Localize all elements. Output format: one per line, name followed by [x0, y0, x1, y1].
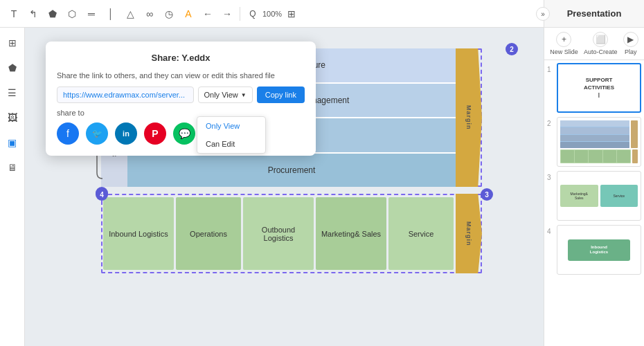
slide4-inbound-cell: InboundLogistics [568, 239, 630, 261]
sidebar-icon-image[interactable]: 🖼 [3, 108, 22, 127]
social-icons-row: f 🐦 in P 💬 [57, 122, 305, 145]
slide4-diagram: InboundLogistics [557, 226, 641, 274]
slide-number-4: 4 [547, 225, 554, 235]
slide2-margin-block [631, 120, 638, 148]
dropdown-only-view[interactable]: Only View [197, 117, 265, 135]
toolbar-icon-clock[interactable]: ◷ [161, 6, 177, 22]
share-dialog: Share: Y.eddx Share the link to others, … [46, 42, 316, 156]
slide-thumb-2[interactable] [557, 117, 641, 167]
slide2-top-row [560, 120, 638, 148]
auto-create-button[interactable]: ⬜ Auto-Create [584, 32, 618, 55]
slide-number-2: 2 [547, 117, 554, 127]
share-view-dropdown[interactable]: Only View ▼ [198, 86, 253, 103]
auto-create-icon: ⬜ [593, 32, 608, 47]
toolbar-icon-hex[interactable]: ⬡ [64, 6, 80, 22]
share-dialog-title: Share: Y.eddx [57, 53, 305, 63]
sidebar-icon-menu[interactable]: ☰ [3, 83, 22, 102]
new-slide-icon: + [556, 32, 571, 47]
slide-item-4[interactable]: 4 InboundLogistics [547, 225, 641, 275]
twitter-share-button[interactable]: 🐦 [86, 122, 108, 145]
toolbar-zoom-level[interactable]: 100% [264, 6, 280, 22]
dropdown-can-edit[interactable]: Can Edit [197, 135, 265, 153]
slide-thumb-3[interactable]: Marketing&Sales Service [557, 171, 641, 221]
margin-right-primary: Margin [456, 194, 482, 273]
toolbar-icon-angle[interactable]: ↰ [25, 6, 42, 22]
toolbar-icon-color[interactable]: A [180, 6, 197, 22]
chevron-down-icon: ▼ [241, 92, 247, 98]
pinterest-share-button[interactable]: P [144, 122, 166, 145]
share-link-row: Only View ▼ Copy link [57, 86, 305, 103]
slide-tools-bar: + New Slide ⬜ Auto-Create ▶ Play [544, 28, 644, 60]
slide-thumb-4[interactable]: InboundLogistics [557, 225, 641, 275]
slide3-marketing-cell: Marketing&Sales [560, 185, 598, 207]
procurement-row: Procurement [127, 154, 456, 188]
slide1-text: SUPPORTACTIVITIES| [584, 77, 614, 98]
sidebar-icon-shape2[interactable]: ⬟ [3, 58, 22, 78]
facebook-share-button[interactable]: f [57, 122, 79, 145]
slide-number-1: 1 [547, 63, 554, 73]
slide-number-3: 3 [547, 171, 554, 181]
operations-cell: Operations [176, 197, 241, 270]
share-to-label: share to [57, 109, 305, 117]
slides-list: 1 SUPPORTACTIVITIES| 2 [544, 60, 644, 282]
slide3-service-cell: Service [600, 185, 638, 207]
sidebar-icon-grid[interactable]: ⊞ [3, 33, 22, 53]
toolbar-icon-rarrow[interactable]: → [219, 6, 235, 22]
slide-item-3[interactable]: 3 Marketing&Sales Service [547, 171, 641, 221]
outbound-logistics-cell: Outbound Logistics [243, 197, 314, 270]
wechat-share-button[interactable]: 💬 [173, 122, 195, 145]
play-button[interactable]: ▶ Play [623, 32, 638, 55]
sidebar-icon-slides[interactable]: ▣ [3, 133, 22, 152]
primary-cells-container: Inbound Logistics Operations Outbound Lo… [101, 195, 456, 272]
badge-3: 3 [481, 188, 493, 201]
slide-item-1[interactable]: 1 SUPPORTACTIVITIES| [547, 63, 641, 113]
sidebar-icon-screen[interactable]: 🖥 [3, 158, 22, 177]
presentation-panel-title: Presentation [544, 0, 644, 28]
margin-label-support: Margin [465, 105, 472, 130]
slide2-diagram [557, 118, 641, 166]
canvas-area: SUPPORT ACTIVITIES Firm Infrastructure H… [25, 28, 544, 346]
badge-4: 4 [96, 188, 108, 201]
margin-label-primary: Margin [465, 221, 472, 246]
right-panel-collapse-button[interactable]: » [536, 7, 550, 21]
main-area: T ↰ ⬟ ⬡ ═ │ △ ∞ ◷ A ← → Q 100% ⊞ ⊞ ⬟ ☰ 🖼… [0, 0, 644, 346]
toolbar-icon-T[interactable]: T [6, 6, 22, 22]
slide-item-2[interactable]: 2 [547, 117, 641, 167]
toolbar-icon-tri[interactable]: △ [122, 6, 138, 22]
copy-link-button[interactable]: Copy link [257, 86, 305, 103]
share-description: Share the link to others, and they can v… [57, 71, 305, 80]
chevron-left-icon: » [541, 10, 545, 18]
toolbar-icon-fit[interactable]: ⊞ [283, 6, 300, 22]
slide-thumb-1[interactable]: SUPPORTACTIVITIES| [557, 63, 641, 113]
service-cell: Service [388, 197, 454, 270]
marketing-sales-cell: Marketing& Sales [316, 197, 386, 270]
slide1-content: SUPPORTACTIVITIES| [584, 77, 614, 98]
slide3-diagram: Marketing&Sales Service [557, 172, 641, 220]
view-dropdown-menu: Only View Can Edit [197, 116, 266, 154]
primary-activities-section: Inbound Logistics Operations Outbound Lo… [80, 194, 482, 273]
margin-right-support: Margin [456, 48, 482, 187]
toolbar-separator [240, 7, 240, 21]
right-panel: » Presentation + New Slide ⬜ Auto-Create… [544, 0, 644, 346]
toolbar-icon-vline[interactable]: │ [102, 6, 119, 22]
toolbar-icon-line[interactable]: ═ [83, 6, 100, 22]
new-slide-button[interactable]: + New Slide [550, 32, 578, 55]
play-icon: ▶ [623, 32, 638, 47]
toolbar-icon-inf[interactable]: ∞ [141, 6, 158, 22]
inbound-logistics-cell: Inbound Logistics [103, 197, 174, 270]
linkedin-share-button[interactable]: in [115, 122, 137, 145]
badge-2: 2 [506, 43, 518, 55]
left-sidebar: ⊞ ⬟ ☰ 🖼 ▣ 🖥 [0, 28, 25, 346]
toolbar-icon-zoom[interactable]: Q [244, 6, 261, 22]
toolbar-icon-shape[interactable]: ⬟ [44, 6, 61, 22]
slide2-blue-block [560, 120, 629, 148]
toolbar-icon-arrow[interactable]: ← [199, 6, 216, 22]
share-link-input[interactable] [57, 86, 194, 103]
